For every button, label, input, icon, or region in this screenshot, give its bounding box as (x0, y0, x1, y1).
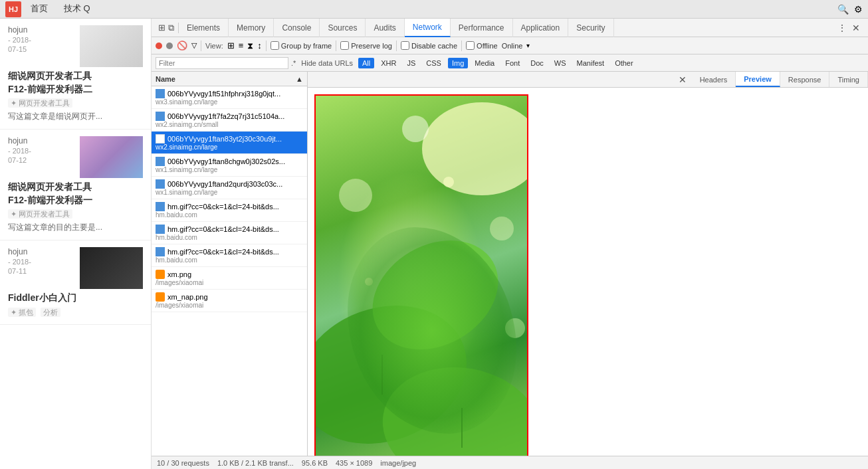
filter-regex-icon[interactable]: .* (291, 59, 296, 67)
disable-cache-label[interactable]: Disable cache (401, 41, 457, 50)
view-arrow-icon[interactable]: ↕ (257, 41, 262, 50)
tab-network[interactable]: Network (405, 19, 451, 37)
tab-application[interactable]: Application (513, 19, 569, 37)
request-item-1[interactable]: 006bYVyvgy1ft7fa2zq7rj31c5104a... wx2.si… (152, 109, 307, 132)
response-tab-preview[interactable]: Preview (736, 72, 780, 87)
svg-point-6 (339, 179, 372, 212)
offline-checkbox[interactable] (466, 41, 475, 50)
devtools-tabs: Elements Memory Console Sources Audits N… (179, 19, 614, 37)
tab-console[interactable]: Console (274, 19, 320, 37)
filter-type-other[interactable]: Other (611, 58, 637, 68)
preview-image (316, 96, 527, 456)
filter-type-css[interactable]: CSS (422, 58, 445, 68)
filter-type-font[interactable]: Font (501, 58, 524, 68)
request-item-5[interactable]: hm.gif?cc=0&ck=1&cl=24-bit&ds... hm.baid… (152, 199, 307, 222)
view-filter-icon[interactable]: ⧗ (247, 41, 253, 51)
preview-area (308, 88, 868, 456)
req-name-2: 006bYVyvgy1ftan83yt2j30c30u9jt... (167, 135, 282, 143)
filter-type-doc[interactable]: Doc (526, 58, 548, 68)
filter-input[interactable] (156, 57, 288, 69)
post-tags-2: ✦ 网页开发者工具 (8, 209, 143, 219)
tab-memory[interactable]: Memory (229, 19, 274, 37)
status-size: 95.6 KB (302, 459, 328, 467)
stop-icon[interactable]: 🚫 (177, 41, 187, 50)
tab-audits[interactable]: Audits (366, 19, 404, 37)
view-grid-icon[interactable]: ⊞ (227, 41, 235, 50)
offline-label[interactable]: Offline (466, 41, 498, 50)
online-dropdown-icon[interactable]: ▾ (526, 42, 530, 49)
preserve-log-checkbox[interactable] (340, 41, 349, 50)
group-by-frame-label[interactable]: Group by frame (271, 41, 332, 50)
filter-type-manifest[interactable]: Manifest (573, 58, 609, 68)
tab-elements[interactable]: Elements (179, 19, 229, 37)
request-item-2[interactable]: 006bYVyvgy1ftan83yt2j30c30u9jt... wx2.si… (152, 132, 307, 154)
hide-data-urls-button[interactable]: Hide data URLs (298, 58, 356, 68)
filter-type-all[interactable]: All (358, 58, 374, 68)
refresh-button[interactable] (166, 43, 173, 49)
tab-performance[interactable]: Performance (451, 19, 513, 37)
post-title-1[interactable]: 细说网页开发者工具F12-前端开发利器二 (8, 70, 143, 96)
request-item-8[interactable]: xm.png /images/xiaomai (152, 267, 307, 290)
blog-sidebar: hojun - 2018- 07-15 细说网页开发者工具F12-前端开发利器二… (0, 19, 152, 469)
request-item-7[interactable]: hm.gif?cc=0&ck=1&cl=24-bit&ds... hm.baid… (152, 244, 307, 267)
response-tab-headers[interactable]: Headers (692, 72, 736, 87)
req-domain-2: wx2.sinaimg.cn/large (156, 143, 295, 151)
req-domain-6: hm.baidu.com (156, 234, 295, 241)
response-tab-response[interactable]: Response (780, 72, 830, 87)
devtools-toolbar: 🚫 ▽ View: ⊞ ≡ ⧗ ↕ Group by frame Preserv… (152, 37, 868, 54)
post-thumbnail-2 (80, 136, 143, 178)
response-tab-timing[interactable]: Timing (829, 72, 868, 87)
filter-type-xhr[interactable]: XHR (377, 58, 400, 68)
preview-image-container (314, 94, 528, 456)
request-item-0[interactable]: 006bYVyvgy1ft51hfphrxj318g0jqt... wx3.si… (152, 86, 307, 109)
filter-icon[interactable]: ▽ (191, 41, 197, 50)
record-button[interactable] (156, 43, 162, 49)
nav-search: 🔍 ⚙ (837, 4, 863, 15)
svg-point-7 (490, 217, 514, 240)
request-item-9[interactable]: xm_nap.png /images/xiaomai (152, 290, 307, 312)
preserve-log-label[interactable]: Preserve log (340, 41, 392, 50)
tab-security[interactable]: Security (568, 19, 613, 37)
sort-icon[interactable]: ▲ (296, 75, 303, 83)
req-name-9: xm_nap.png (167, 293, 208, 301)
tag-3b: 分析 (41, 308, 60, 317)
network-content: Name ▲ 006bYVyvgy1ft51hfphrxj318g0jqt...… (152, 72, 868, 456)
response-close-button[interactable]: ✕ (673, 72, 692, 87)
view-list-icon[interactable]: ≡ (239, 41, 244, 50)
view-label: View: (205, 42, 223, 50)
nav-tech[interactable]: 技术 Q (57, 0, 97, 19)
settings-button[interactable]: ⚙ (854, 4, 863, 15)
request-item-3[interactable]: 006bYVyvgy1ftan8chgw0j302s02s... wx1.sin… (152, 154, 307, 177)
req-name-8: xm.png (167, 270, 191, 278)
filter-type-img[interactable]: Img (448, 58, 468, 68)
req-icon-0 (156, 89, 165, 98)
devtools-more-icon[interactable]: ⋮ (837, 23, 847, 33)
devtools-close-icon[interactable]: ✕ (852, 23, 860, 33)
tag-1: ✦ 网页开发者工具 (8, 98, 72, 108)
req-domain-5: hm.baidu.com (156, 211, 295, 219)
post-title-2[interactable]: 细说网页开发者工具F12-前端开发利器一 (8, 181, 143, 207)
search-button[interactable]: 🔍 (837, 4, 849, 15)
nav-home[interactable]: 首页 (24, 0, 54, 19)
blog-post-1: hojun - 2018- 07-15 细说网页开发者工具F12-前端开发利器二… (0, 19, 151, 130)
svg-point-0 (422, 102, 527, 195)
tag-3a: ✦ 抓包 (8, 308, 36, 317)
logo[interactable]: HJ (5, 1, 21, 17)
req-name-7: hm.gif?cc=0&ck=1&cl=24-bit&ds... (167, 248, 279, 256)
post-title-3[interactable]: Fiddler小白入门 (8, 292, 143, 305)
tab-sources[interactable]: Sources (320, 19, 366, 37)
devtools-dock-icon[interactable]: ⊞ (158, 23, 165, 33)
devtools-undock-icon[interactable]: ⧉ (168, 23, 174, 33)
svg-point-2 (373, 355, 527, 456)
disable-cache-checkbox[interactable] (401, 41, 409, 50)
request-item-6[interactable]: hm.gif?cc=0&ck=1&cl=24-bit&ds... hm.baid… (152, 222, 307, 244)
request-item-4[interactable]: 006bYVyvgy1ftand2qurdj303c03c... wx1.sin… (152, 177, 307, 199)
request-list: Name ▲ 006bYVyvgy1ft51hfphrxj318g0jqt...… (152, 72, 308, 456)
req-icon-6 (156, 225, 165, 234)
blog-post-2: hojun - 2018- 07-12 细说网页开发者工具F12-前端开发利器一… (0, 130, 151, 240)
devtools-filter-bar: .* Hide data URLs All XHR JS CSS Img Med… (152, 54, 868, 72)
filter-type-js[interactable]: JS (403, 58, 419, 68)
group-by-frame-checkbox[interactable] (271, 41, 279, 50)
filter-type-ws[interactable]: WS (550, 58, 570, 68)
filter-type-media[interactable]: Media (471, 58, 498, 68)
